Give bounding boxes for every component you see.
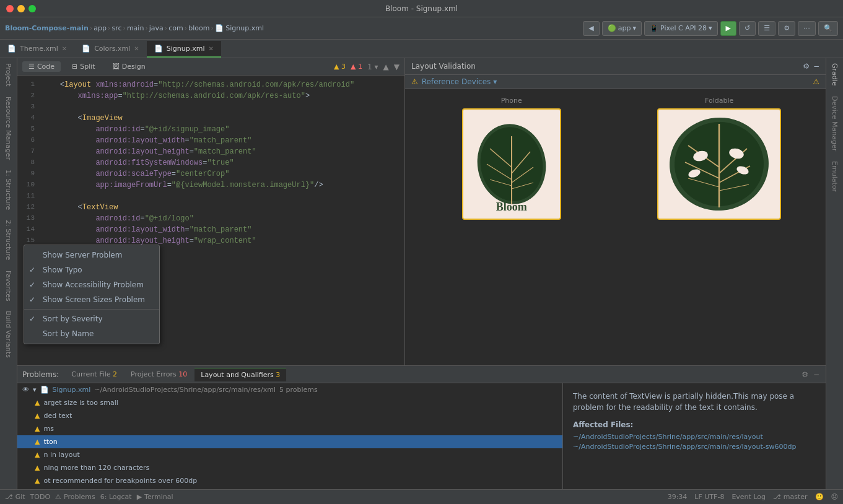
status-encoding[interactable]: LF UTF-8 (694, 493, 724, 501)
status-line-col[interactable]: 39:34 (668, 493, 688, 501)
problem-item-7[interactable]: ▲ ot recommended for breakpoints over 60… (17, 474, 562, 487)
status-event-log[interactable]: Event Log (732, 493, 766, 501)
sidebar-item-device-manager[interactable]: Device Manager (828, 91, 841, 156)
code-icon: ☰ (28, 63, 35, 71)
tab-current-file[interactable]: Current File 2 (65, 368, 123, 381)
app-selector[interactable]: 🟢 app ▾ (602, 21, 642, 36)
tab-icon-theme: 📄 (7, 45, 16, 53)
tab-colors-xml[interactable]: 📄 Colors.xml ✕ (74, 41, 147, 58)
sidebar-item-structure-2[interactable]: 2: Structure (2, 215, 15, 265)
problem-file-path: ~/AndroidStudioProjects/Shrine/app/src/m… (94, 386, 276, 394)
breadcrumb-src[interactable]: src (111, 24, 121, 32)
tab-close-colors[interactable]: ✕ (134, 45, 139, 52)
problem-item-2[interactable]: ▲ ded text (17, 409, 562, 422)
status-terminal[interactable]: ▶ Terminal (137, 493, 173, 501)
more-button[interactable]: ⋯ (798, 21, 816, 36)
scroll-up[interactable]: ▲ (383, 63, 389, 71)
code-line-2: 2 xmlns:app="http://schemas.android.com/… (17, 92, 404, 103)
breadcrumb: Bloom-Compose-main › app › src › main › … (5, 24, 580, 32)
code-line-12: 12 <TextView (17, 203, 404, 214)
mode-design-button[interactable]: 🖼 Design (107, 61, 152, 72)
tab-icon-signup: 📄 (154, 45, 163, 53)
status-problems[interactable]: ⚠ Problems (55, 493, 95, 501)
collapse-icon[interactable]: ▾ (33, 386, 37, 394)
menu-item-show-accessibility[interactable]: ✓ Show Accessibility Problem (24, 277, 159, 292)
problem-item-5[interactable]: ▲ n in layout (17, 448, 562, 461)
status-todo[interactable]: TODO (30, 493, 51, 501)
breadcrumb-project[interactable]: Bloom-Compose-main (5, 24, 89, 32)
tab-layout-qualifiers[interactable]: Layout and Qualifiers 3 (194, 368, 286, 381)
device-label-phone: Phone (501, 97, 522, 105)
scroll-down[interactable]: ▼ (394, 63, 400, 71)
rebuild-button[interactable]: ↺ (739, 21, 756, 36)
check-sort-severity-icon: ✓ (29, 315, 38, 323)
status-emoji-sad[interactable]: 😞 (831, 493, 838, 501)
status-emoji-face[interactable]: 🙂 (815, 493, 824, 501)
breadcrumb-app[interactable]: app (94, 24, 107, 32)
err-count-badge: ▲ 1 (351, 63, 362, 71)
check-screen-sizes-icon: ✓ (29, 295, 38, 304)
breadcrumb-bloom[interactable]: bloom (188, 24, 209, 32)
mode-code-button[interactable]: ☰ Code (22, 61, 61, 72)
sidebar-item-build-variants[interactable]: Build Variants (2, 306, 15, 363)
tab-signup-xml[interactable]: 📄 Signup.xml ✕ (147, 41, 221, 58)
status-logcat[interactable]: 6: Logcat (100, 493, 132, 501)
tools-button[interactable]: ☰ (758, 21, 775, 36)
tab-theme-xml[interactable]: 📄 Theme.xml ✕ (0, 41, 74, 58)
sidebar-item-resource-manager[interactable]: Resource Manager (2, 92, 15, 165)
status-branch[interactable]: ⎇ master (773, 493, 807, 501)
problem-item-1[interactable]: ▲ arget size is too small (17, 396, 562, 409)
run-button[interactable]: ▶ (720, 21, 736, 36)
sidebar-item-favorites[interactable]: Favorites (2, 266, 15, 306)
breadcrumb-file[interactable]: 📄 Signup.xml (215, 24, 264, 32)
breadcrumb-java[interactable]: java (149, 24, 164, 32)
back-button[interactable]: ◀ (583, 21, 599, 36)
mode-split-button[interactable]: ⊟ Split (66, 61, 102, 72)
tab-close-signup[interactable]: ✕ (208, 45, 213, 52)
menu-label-sort-name: Sort by Name (43, 329, 94, 338)
problem-item-4[interactable]: ▲ tton (17, 435, 562, 448)
problem-item-6[interactable]: ▲ ning more than 120 characters (17, 461, 562, 474)
search-button[interactable]: 🔍 (818, 21, 838, 36)
tab-close-theme[interactable]: ✕ (62, 45, 67, 52)
problem-file-count: 5 problems (279, 386, 318, 394)
detail-text: The content of TextView is partially hid… (573, 391, 816, 413)
problem-file-header[interactable]: 👁 ▾ 📄 Signup.xml ~/AndroidStudioProjects… (17, 383, 562, 396)
breadcrumb-com[interactable]: com (168, 24, 183, 32)
sidebar-item-project[interactable]: Project (2, 58, 15, 92)
problem-item-3[interactable]: ▲ ms (17, 422, 562, 435)
sync-button[interactable]: ⚙ (778, 21, 795, 36)
title-bar: Bloom - Signup.xml (0, 0, 843, 17)
menu-item-show-screen-sizes[interactable]: ✓ Show Screen Sizes Problem (24, 292, 159, 307)
problems-collapse-icon[interactable]: − (812, 369, 821, 380)
sidebar-item-gradle[interactable]: Gradle (828, 58, 841, 91)
sidebar-item-structure-1[interactable]: 1: Structure (2, 165, 15, 215)
tab-project-errors[interactable]: Project Errors 10 (124, 368, 193, 381)
filter-icon[interactable]: 👁 (22, 386, 29, 394)
minimize-window-button[interactable] (17, 5, 25, 12)
device-frame-phone: Bloom (462, 108, 561, 220)
close-window-button[interactable] (6, 5, 14, 12)
problems-settings-icon[interactable]: ⚙ (800, 369, 810, 380)
menu-item-sort-by-severity[interactable]: ✓ Sort by Severity (24, 311, 159, 326)
git-icon: ⎇ (5, 493, 13, 501)
panel-collapse-icon[interactable]: − (813, 62, 819, 71)
menu-item-show-server-problem[interactable]: Show Server Problem (24, 248, 159, 263)
device-selector[interactable]: 📱 Pixel C API 28 ▾ (644, 21, 718, 36)
menu-item-show-typo[interactable]: ✓ Show Typo (24, 263, 159, 277)
problems-tabs: Problems: Current File 2 Project Errors … (17, 366, 826, 383)
maximize-window-button[interactable] (28, 5, 36, 12)
device-label-foldable: Foldable (705, 97, 733, 105)
code-line-13: 13 android:id="@+id/logo" (17, 214, 404, 225)
file-xml-icon: 📄 (40, 386, 49, 394)
affected-file-link-2[interactable]: ~/AndroidStudioProjects/Shrine/app/src/m… (573, 443, 816, 451)
sidebar-item-emulator[interactable]: Emulator (828, 156, 841, 197)
problem-text-1: arget size is too small (43, 399, 118, 407)
panel-settings-icon[interactable]: ⚙ (803, 62, 810, 71)
menu-item-sort-by-name[interactable]: Sort by Name (24, 326, 159, 341)
breadcrumb-main[interactable]: main (127, 24, 144, 32)
reference-devices-button[interactable]: Reference Devices ▾ (422, 77, 497, 86)
status-git[interactable]: ⎇ Git (5, 493, 25, 501)
affected-file-link-1[interactable]: ~/AndroidStudioProjects/Shrine/app/src/m… (573, 433, 816, 441)
right-sidebar: Gradle Device Manager Emulator (826, 58, 843, 489)
